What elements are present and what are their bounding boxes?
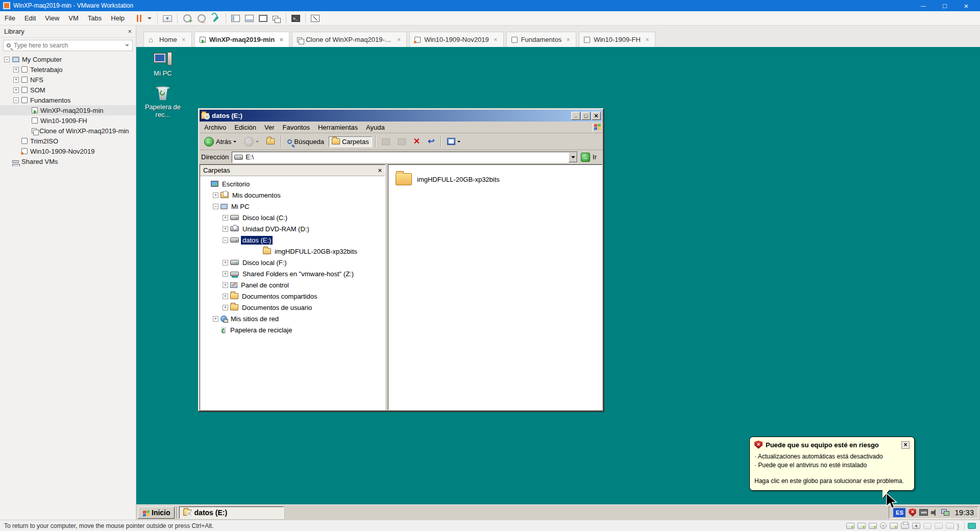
sep-icon[interactable] <box>286 13 286 23</box>
undo-button[interactable]: ↩ <box>425 136 437 147</box>
minimize-icon[interactable] <box>571 112 580 120</box>
library-tree-item[interactable]: Shared VMs <box>0 156 136 166</box>
menu-item[interactable]: Ayuda <box>362 124 389 131</box>
forward-button[interactable]: → <box>241 135 262 148</box>
caret-down-icon[interactable] <box>147 14 152 23</box>
explorer-titlebar[interactable]: datos (E:) <box>200 110 602 122</box>
folder-tree-item[interactable]: + Mis documentos <box>200 189 385 201</box>
library-close-icon[interactable] <box>128 28 132 35</box>
tab-close-icon[interactable] <box>396 37 402 43</box>
folder-tree-item[interactable]: + Disco local (F:) <box>200 257 385 268</box>
fullscreen-icon[interactable] <box>259 15 267 22</box>
library-panel-icon[interactable] <box>231 15 240 22</box>
task-button-datos[interactable]: datos (E:) <box>179 506 284 519</box>
expander-icon[interactable]: + <box>213 316 218 322</box>
sound-icon[interactable] <box>912 523 920 529</box>
library-tree-item[interactable]: Clone of WinXP-maq2019-min <box>0 126 136 136</box>
expander-icon[interactable]: + <box>223 271 228 277</box>
fit-window-icon[interactable] <box>311 15 320 22</box>
usb-icon[interactable] <box>935 523 943 529</box>
menu-item[interactable]: Help <box>106 11 129 26</box>
expander-icon[interactable]: + <box>13 87 19 93</box>
expander-icon[interactable]: + <box>223 260 228 266</box>
tab-close-icon[interactable] <box>644 37 650 43</box>
folder-tree-item[interactable]: + Documentos de usuario <box>200 302 385 313</box>
close-icon[interactable] <box>955 0 977 11</box>
library-tree-item[interactable]: − My Computer <box>0 54 136 64</box>
expander-icon[interactable]: − <box>213 204 218 209</box>
bracket-icon[interactable] <box>957 523 961 529</box>
library-tree-item[interactable]: − Fundamentos <box>0 95 136 105</box>
maximize-icon[interactable] <box>581 112 591 120</box>
up-button[interactable] <box>263 137 278 146</box>
menu-item[interactable]: Edit <box>20 11 40 26</box>
hdd-icon[interactable] <box>869 523 877 529</box>
expander-icon[interactable]: + <box>13 77 19 83</box>
folder-tree-item[interactable]: + Panel de control <box>200 279 385 291</box>
tab-close-icon[interactable] <box>493 37 499 43</box>
folder-tree-item[interactable]: + Disco local (C:) <box>200 212 385 223</box>
tab-close-icon[interactable] <box>278 37 284 43</box>
chevron-down-icon[interactable] <box>125 44 129 49</box>
vmware-tools-icon[interactable] <box>919 509 928 516</box>
views-button[interactable] <box>444 136 463 147</box>
chevron-down-icon[interactable] <box>233 141 236 144</box>
hdd-icon[interactable] <box>846 523 854 529</box>
cd-icon[interactable] <box>880 522 887 529</box>
maximize-icon[interactable] <box>934 0 955 11</box>
folder-tree-item[interactable]: Escritorio <box>200 178 385 189</box>
folder-tree-item[interactable]: + Mis sitios de red <box>200 313 385 324</box>
close-icon[interactable] <box>592 112 601 120</box>
balloon-close-icon[interactable] <box>901 441 910 449</box>
menu-item[interactable]: Tabs <box>83 11 106 26</box>
menu-item[interactable]: VM <box>64 11 83 26</box>
library-tree-item[interactable]: Trim2ISO <box>0 136 136 146</box>
expander-icon[interactable]: + <box>213 192 218 198</box>
sb-sep-icon[interactable] <box>964 522 965 530</box>
library-tree-item[interactable]: + Teletrabajo <box>0 64 136 75</box>
folder-tree-item[interactable]: + Shared Folders en "vmware-host" (Z:) <box>200 268 385 279</box>
network-tray-icon[interactable] <box>941 509 949 516</box>
menu-item[interactable]: Ver <box>260 124 279 131</box>
clock[interactable]: 19:33 <box>954 508 974 517</box>
back-button[interactable]: ← Atrás <box>201 135 239 148</box>
expander-icon[interactable]: + <box>223 226 228 232</box>
vm-tab[interactable]: Fundamentos <box>506 32 577 47</box>
expander-icon[interactable]: − <box>13 98 19 103</box>
go-button[interactable]: → Ir <box>581 153 601 162</box>
delete-button[interactable]: ✕ <box>410 136 423 147</box>
hdd-icon[interactable] <box>857 523 866 529</box>
folders-button[interactable]: Carpetas <box>329 136 372 147</box>
sep-icon[interactable] <box>157 13 158 23</box>
sep-icon[interactable] <box>226 13 226 23</box>
start-button[interactable]: Inicio <box>138 506 175 519</box>
file-list-pane[interactable]: imgHDFULL-20GB-xp32bits <box>388 164 602 410</box>
chevron-down-icon[interactable] <box>457 141 460 144</box>
search-button[interactable]: Búsqueda <box>284 136 327 147</box>
shield-tray-icon[interactable] <box>909 509 916 517</box>
folder-tree-item[interactable]: − datos (E:) <box>200 234 385 246</box>
close-icon[interactable] <box>378 166 382 174</box>
ctrl-alt-del-icon[interactable] <box>163 14 172 23</box>
address-combo[interactable]: E:\ <box>232 152 578 163</box>
folder-tree-item[interactable]: Papelera de reciclaje <box>200 324 385 335</box>
folder-tree-item[interactable]: + Documentos compartidos <box>200 291 385 302</box>
folder-tree-item[interactable]: imgHDFULL-20GB-xp32bits <box>200 246 385 257</box>
manage-snapshots-icon[interactable] <box>211 14 220 23</box>
sep-icon[interactable] <box>177 13 178 23</box>
take-snapshot-icon[interactable] <box>183 14 192 23</box>
menu-item[interactable]: Edición <box>230 124 260 131</box>
address-dropdown-button[interactable] <box>569 152 577 162</box>
minimize-icon[interactable] <box>913 0 934 11</box>
menu-item[interactable]: Archivo <box>200 124 230 131</box>
printer-icon[interactable] <box>901 523 909 529</box>
vm-tab[interactable]: Home <box>143 32 192 47</box>
vm-tab[interactable]: Win10-1909-FH <box>579 32 655 47</box>
unity-icon[interactable] <box>273 16 278 20</box>
vm-tab[interactable]: Clone of WinXP-maq2019-min <box>292 32 407 47</box>
move-to-button[interactable] <box>379 137 393 147</box>
language-indicator[interactable]: ES <box>893 508 905 517</box>
folder-tree-item[interactable]: + Unidad DVD-RAM (D:) <box>200 223 385 234</box>
desktop-icon-mi-pc[interactable]: Mi PC <box>143 52 182 77</box>
message-icon[interactable] <box>968 523 976 529</box>
